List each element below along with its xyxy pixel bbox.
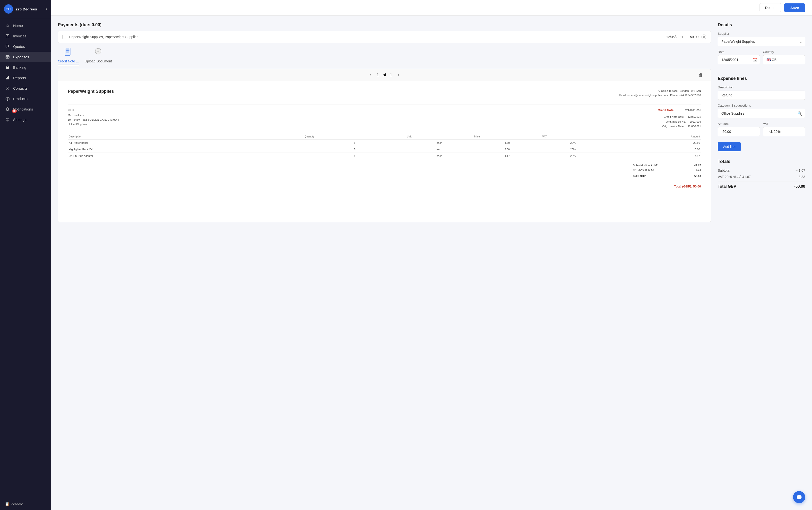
tab-upload-document[interactable]: Upload Document bbox=[85, 48, 112, 65]
vat-field-group: VAT Incl. 20% bbox=[763, 122, 805, 136]
category-input[interactable] bbox=[718, 109, 805, 118]
sidebar-nav: ⌂ Home Invoices Quotes bbox=[0, 18, 51, 498]
settings-icon bbox=[5, 118, 10, 122]
payment-amount: 50.00 bbox=[690, 35, 699, 39]
totals-subtotal-value: -41.67 bbox=[795, 169, 805, 173]
payment-description: PaperWeight Supplies, PaperWeight Suppli… bbox=[69, 35, 660, 39]
country-select[interactable]: 🇬🇧 GB bbox=[763, 55, 805, 64]
prev-page-button[interactable]: ‹ bbox=[367, 71, 373, 79]
doc-tabs: PDF Credit Note ... Upload Document bbox=[58, 48, 711, 65]
description-input[interactable] bbox=[718, 91, 805, 100]
tab-credit-note-label: Credit Note ... bbox=[58, 59, 79, 63]
add-line-button[interactable]: Add line bbox=[718, 142, 741, 151]
col-description: Description bbox=[68, 134, 303, 140]
main-content: Delete Save Payments (due: 0.00) PaperWe… bbox=[51, 0, 812, 510]
payment-date: 12/05/2021 bbox=[666, 35, 683, 39]
supplier-input[interactable] bbox=[718, 37, 805, 46]
tab-credit-note[interactable]: PDF Credit Note ... bbox=[58, 48, 79, 65]
sidebar-item-label: Quotes bbox=[13, 44, 25, 49]
invoice-total-row: Total GBP 50.00 bbox=[633, 173, 701, 178]
sidebar-item-notifications[interactable]: 10 Notifications bbox=[0, 104, 51, 114]
amount-vat-row: Amount VAT Incl. 20% bbox=[718, 122, 805, 140]
save-button[interactable]: Save bbox=[784, 3, 805, 12]
download-doc-button[interactable]: ⬇ bbox=[699, 72, 703, 78]
sidebar-item-banking[interactable]: Banking bbox=[0, 62, 51, 72]
upload-icon bbox=[94, 48, 102, 58]
calendar-icon[interactable]: 📅 bbox=[752, 58, 757, 62]
sidebar-item-expenses[interactable]: Expenses bbox=[0, 52, 51, 62]
svg-text:PDF: PDF bbox=[66, 50, 70, 52]
page-of-label: of bbox=[383, 73, 386, 77]
svg-rect-7 bbox=[6, 57, 7, 58]
table-row: Highlighter Pack XXL5each3.0020%15.00 bbox=[68, 146, 701, 153]
details-title: Details bbox=[718, 22, 805, 27]
products-icon bbox=[5, 97, 10, 101]
payment-close-button[interactable]: ✕ bbox=[701, 34, 706, 39]
home-icon: ⌂ bbox=[5, 23, 10, 28]
document-viewer: ‹ 1 of 1 › 🗑 ⬇ PaperWeight Supplies bbox=[58, 69, 711, 222]
invoice-address: 77 Union Terrace · London · W2 6AN Email… bbox=[619, 89, 701, 97]
supplier-input-wrap: ⌄ bbox=[718, 37, 805, 46]
svg-rect-13 bbox=[6, 78, 7, 80]
category-field-group: Category 3 suggestions 🔍 bbox=[718, 104, 805, 118]
chat-button[interactable] bbox=[793, 491, 805, 503]
totals-vat-row: VAT 20 % % of -41.67 -8.33 bbox=[718, 175, 805, 179]
sidebar-item-home[interactable]: ⌂ Home bbox=[0, 20, 51, 31]
sidebar-item-invoices[interactable]: Invoices bbox=[0, 31, 51, 41]
left-panel: Payments (due: 0.00) PaperWeight Supplie… bbox=[58, 22, 711, 503]
delete-button[interactable]: Delete bbox=[759, 3, 781, 12]
col-unit: Unit bbox=[406, 134, 473, 140]
svg-rect-5 bbox=[6, 56, 9, 58]
sidebar-item-settings[interactable]: Settings bbox=[0, 114, 51, 125]
sidebar-item-label: Home bbox=[13, 24, 23, 28]
totals-vat-label: VAT 20 % % of -41.67 bbox=[718, 175, 751, 179]
amount-field-group: Amount bbox=[718, 122, 760, 136]
notifications-icon: 10 bbox=[5, 107, 10, 111]
totals-subtotal-row: Subtotal -41.67 bbox=[718, 169, 805, 173]
amount-input[interactable] bbox=[718, 127, 760, 136]
col-price: Price bbox=[473, 134, 541, 140]
expense-lines-section: Expense lines Description Category 3 sug… bbox=[718, 76, 805, 151]
next-page-button[interactable]: › bbox=[396, 71, 401, 79]
country-input-wrap: 🇬🇧 GB bbox=[763, 55, 805, 64]
date-country-row: Date 📅 Country 🇬🇧 GB bbox=[718, 50, 805, 68]
details-section: Details Supplier ⌄ Date 📅 bbox=[718, 22, 805, 68]
svg-marker-8 bbox=[6, 66, 9, 67]
sidebar-item-quotes[interactable]: Quotes bbox=[0, 41, 51, 52]
invoice-totals: Subtotal without VAT 41.67 VAT 20% of 41… bbox=[633, 163, 701, 178]
invoice-grand-total: Total (GBP): 50.00 bbox=[68, 182, 701, 188]
footer-brand: debitoor bbox=[11, 502, 23, 506]
col-quantity: Quantity bbox=[303, 134, 406, 140]
company-name: 270 Degrees bbox=[16, 7, 46, 11]
sidebar-item-contacts[interactable]: Contacts bbox=[0, 83, 51, 93]
vat-select[interactable]: Incl. 20% bbox=[763, 127, 805, 136]
table-row: UK-EU Plug adaptor1each4.1720%4.17 bbox=[68, 153, 701, 159]
totals-subtotal-label: Subtotal bbox=[718, 169, 730, 173]
totals-total-label: Total GBP bbox=[718, 184, 736, 189]
sidebar: 2D 270 Degrees ▾ ⌂ Home Invoices bbox=[0, 0, 51, 510]
svg-rect-11 bbox=[8, 67, 9, 68]
banking-icon bbox=[5, 66, 10, 69]
company-selector[interactable]: 2D 270 Degrees ▾ bbox=[0, 0, 51, 18]
vat-label: VAT bbox=[763, 122, 805, 125]
content-area: Payments (due: 0.00) PaperWeight Supplie… bbox=[51, 16, 812, 510]
sidebar-footer: 📋 debitoor bbox=[0, 498, 51, 510]
payment-checkbox[interactable] bbox=[62, 35, 66, 39]
date-input-wrap: 📅 bbox=[718, 55, 760, 64]
invoice-table: Description Quantity Unit Price VAT Amou… bbox=[68, 134, 701, 159]
totals-total-row: Total GBP -50.00 bbox=[718, 181, 805, 189]
sidebar-item-label: Products bbox=[13, 97, 27, 101]
vat-input-wrap: Incl. 20% bbox=[763, 127, 805, 136]
svg-rect-14 bbox=[7, 77, 8, 80]
payments-title: Payments (due: 0.00) bbox=[58, 22, 711, 27]
description-label: Description bbox=[718, 86, 805, 89]
payment-row: PaperWeight Supplies, PaperWeight Suppli… bbox=[58, 31, 711, 43]
expense-lines-title: Expense lines bbox=[718, 76, 805, 81]
search-icon: 🔍 bbox=[798, 111, 802, 116]
sidebar-item-label: Settings bbox=[13, 118, 26, 122]
expenses-icon bbox=[5, 55, 10, 59]
contacts-icon bbox=[5, 86, 10, 90]
sidebar-item-products[interactable]: Products bbox=[0, 93, 51, 104]
sidebar-item-label: Reports bbox=[13, 76, 26, 80]
sidebar-item-reports[interactable]: Reports bbox=[0, 72, 51, 83]
